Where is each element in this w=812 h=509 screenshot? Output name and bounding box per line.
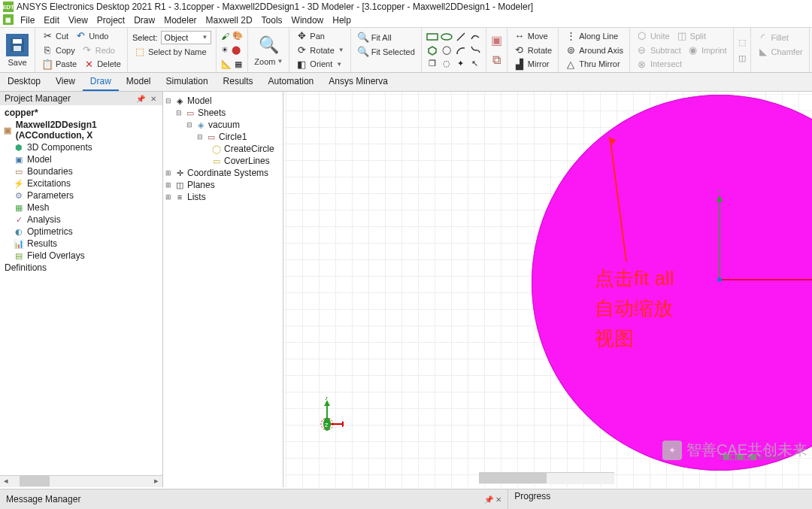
orientation-widget[interactable]: y x z xyxy=(306,397,344,435)
spline-tool[interactable] xyxy=(469,31,481,43)
intersect-button[interactable]: ⊗Intersect xyxy=(635,58,683,70)
tab-automation[interactable]: Automation xyxy=(261,73,322,91)
misc-tool[interactable]: ◯ xyxy=(441,44,453,56)
pm-project[interactable]: copper* xyxy=(2,107,161,119)
fit-all-button[interactable]: 🔍Fit All xyxy=(356,32,393,44)
menu-draw[interactable]: Draw xyxy=(130,14,159,26)
tree-circle1[interactable]: ⊟▭Circle1 xyxy=(165,131,281,143)
tab-results[interactable]: Results xyxy=(216,73,261,91)
pm-model[interactable]: ▣Model xyxy=(2,153,161,165)
menu-tools[interactable]: Tools xyxy=(258,14,286,26)
pm-3dcomponents[interactable]: ⬢3D Components xyxy=(2,141,161,153)
tree-sheets[interactable]: ⊟▭Sheets xyxy=(165,107,281,119)
rect-tool[interactable] xyxy=(426,31,438,43)
measure-icon[interactable]: 📐 xyxy=(221,59,232,69)
tab-ansys-minerva[interactable]: Ansys Minerva xyxy=(321,73,395,91)
thru-mirror-button[interactable]: △Thru Mirror xyxy=(563,58,621,70)
tree-coverlines[interactable]: ▭CoverLines xyxy=(165,155,281,167)
menu-project[interactable]: Project xyxy=(93,14,129,26)
paste-button[interactable]: 📋Paste xyxy=(40,58,78,70)
select-mode-dropdown[interactable]: Object▼ xyxy=(161,31,212,44)
tree-coord[interactable]: ⊞✛Coordinate Systems xyxy=(165,167,281,179)
tab-view[interactable]: View xyxy=(48,73,83,91)
curve2-tool[interactable] xyxy=(469,44,481,56)
copy-button[interactable]: ⎘Copy xyxy=(40,44,77,56)
tree-planes[interactable]: ⊞◫Planes xyxy=(165,179,281,191)
pm-results[interactable]: 📊Results xyxy=(2,238,161,250)
pm-field-overlays[interactable]: ▤Field Overlays xyxy=(2,250,161,262)
color-icon[interactable]: ⬤ xyxy=(232,45,241,55)
menu-file[interactable]: File xyxy=(17,14,38,26)
viewport-scrollbar[interactable] xyxy=(479,472,614,484)
tab-model[interactable]: Model xyxy=(119,73,159,91)
project-manager-tree[interactable]: copper* ▣Maxwell2DDesign1 (ACConduction,… xyxy=(0,105,162,487)
point-tool[interactable]: ✦ xyxy=(455,58,467,70)
grid-icon[interactable]: ▦ xyxy=(235,59,242,69)
brush-icon[interactable]: 🖌 xyxy=(221,32,229,41)
zoom-button[interactable]: 🔍 Zoom▼ xyxy=(253,29,284,71)
globe-icon[interactable]: ☀ xyxy=(221,45,229,55)
misc2-tool[interactable]: ◌ xyxy=(441,58,453,70)
pm-optimetrics[interactable]: ◐Optimetrics xyxy=(2,226,161,238)
unite-button[interactable]: ⬡Unite xyxy=(635,30,671,42)
pm-definitions[interactable]: Definitions xyxy=(2,262,161,274)
cut-button[interactable]: ✂Cut xyxy=(40,30,70,42)
panel-controls[interactable]: 📌 ✕ xyxy=(136,95,158,103)
wrap-icon[interactable]: ⬚ xyxy=(738,38,746,47)
along-line-button[interactable]: ⋮Along Line xyxy=(563,30,620,42)
rotate-view-button[interactable]: ⟳Rotate▼ xyxy=(294,44,345,56)
line-tool[interactable] xyxy=(455,31,467,43)
pm-parameters[interactable]: ⚙Parameters xyxy=(2,189,161,201)
tab-draw[interactable]: Draw xyxy=(83,73,119,91)
mirror-button[interactable]: ▟Mirror xyxy=(512,58,551,70)
sweep-icon[interactable]: ⧉ xyxy=(492,53,501,67)
ellipse-tool[interactable] xyxy=(441,31,453,43)
delete-button[interactable]: ✕Delete xyxy=(81,58,123,70)
select-by-name-button[interactable]: ⬚Select by Name xyxy=(132,46,208,58)
around-axis-button[interactable]: ⊚Around Axis xyxy=(563,44,625,56)
pm-mesh[interactable]: ▦Mesh xyxy=(2,201,161,214)
panel-close[interactable]: 📌 ✕ xyxy=(484,495,501,504)
chamfer-button[interactable]: ◣Chamfer xyxy=(756,46,804,58)
undo-button[interactable]: ↶Undo xyxy=(73,30,110,42)
menu-modeler[interactable]: Modeler xyxy=(160,14,200,26)
message-manager-panel: Message Manager 📌 ✕ xyxy=(0,489,508,509)
fit-selected-button[interactable]: 🔍Fit Selected xyxy=(356,46,417,58)
hex-tool[interactable] xyxy=(426,44,438,56)
menu-edit[interactable]: Edit xyxy=(40,14,63,26)
project-manager-header: Project Manager 📌 ✕ xyxy=(0,92,162,105)
spray-icon[interactable]: 🎨 xyxy=(232,31,243,41)
separate-icon[interactable]: ◫ xyxy=(738,53,746,63)
tree-model[interactable]: ⊟◈Model xyxy=(165,95,281,107)
menu-view[interactable]: View xyxy=(65,14,92,26)
box-icon[interactable]: ▣ xyxy=(491,33,502,47)
pm-scrollbar[interactable]: ◂▸ xyxy=(0,475,162,487)
pm-boundaries[interactable]: ▭Boundaries xyxy=(2,165,161,177)
label-tool[interactable]: ❐ xyxy=(426,58,438,70)
rotate-button[interactable]: ⟲Rotate xyxy=(512,44,553,56)
imprint-button[interactable]: ◉Imprint xyxy=(686,44,729,56)
orient-button[interactable]: ◧Orient▼ xyxy=(294,58,344,70)
tree-lists[interactable]: ⊞≡Lists xyxy=(165,191,281,203)
tab-desktop[interactable]: Desktop xyxy=(0,73,48,91)
pm-analysis[interactable]: ✓Analysis xyxy=(2,214,161,226)
arc-tool[interactable] xyxy=(455,44,467,56)
pan-button[interactable]: ✥Pan xyxy=(294,30,326,42)
tab-simulation[interactable]: Simulation xyxy=(159,73,216,91)
move-button[interactable]: ↔Move xyxy=(512,30,550,42)
tree-createcircle[interactable]: ◯CreateCircle xyxy=(165,143,281,155)
chevron-down-icon: ▼ xyxy=(201,34,208,41)
fillet-button[interactable]: ◜Fillet xyxy=(756,32,790,44)
menu-maxwell2d[interactable]: Maxwell 2D xyxy=(202,14,256,26)
pm-excitations[interactable]: ⚡Excitations xyxy=(2,177,161,189)
redo-button[interactable]: ↷Redo xyxy=(80,44,117,56)
viewport-3d[interactable]: X Y 点击fit all 自动缩放 视图 y x z xyxy=(283,92,812,487)
tree-vacuum[interactable]: ⊟◈vacuum xyxy=(165,119,281,131)
cursor-tool[interactable]: ↖ xyxy=(469,58,481,70)
menu-window[interactable]: Window xyxy=(288,14,328,26)
save-button[interactable]: Save xyxy=(5,29,30,71)
subtract-button[interactable]: ⊖Subtract xyxy=(635,44,683,56)
split-button[interactable]: ◫Split xyxy=(674,30,707,42)
menu-help[interactable]: Help xyxy=(329,14,355,26)
pm-design[interactable]: ▣Maxwell2DDesign1 (ACConduction, X xyxy=(2,119,161,141)
